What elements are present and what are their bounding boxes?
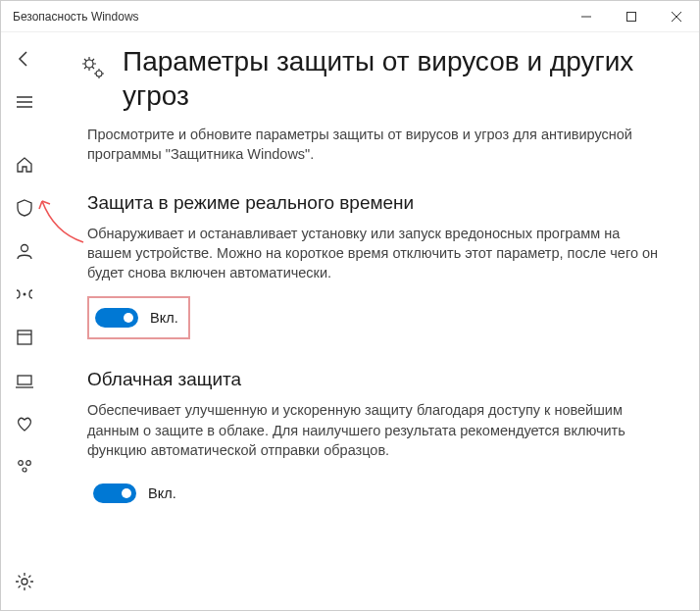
window-controls [564, 1, 699, 32]
svg-point-14 [26, 460, 31, 465]
page-header: Параметры защиты от вирусов и других угр… [79, 44, 660, 113]
realtime-protection-toggle[interactable] [95, 308, 138, 328]
shield-icon [15, 198, 34, 221]
heart-icon [15, 414, 34, 436]
sidebar-home[interactable] [5, 146, 44, 185]
toggle-label: Вкл. [150, 310, 178, 326]
sidebar-account-protection[interactable] [5, 232, 44, 272]
svg-point-8 [24, 292, 26, 295]
section-title: Облачная защита [87, 369, 660, 390]
svg-point-15 [23, 468, 26, 472]
svg-point-18 [96, 71, 102, 76]
close-button[interactable] [654, 1, 699, 32]
sidebar-device-security[interactable] [5, 362, 44, 401]
home-icon [15, 155, 34, 178]
sidebar-menu[interactable] [5, 83, 44, 123]
window-root: Безопасность Windows [0, 0, 700, 611]
svg-point-7 [22, 244, 28, 251]
section-title: Защита в режиме реального времени [87, 192, 660, 214]
sidebar-family-options[interactable] [5, 448, 44, 487]
svg-point-16 [22, 579, 27, 585]
svg-point-13 [19, 460, 24, 465]
gear-icon [15, 572, 34, 594]
sidebar-settings[interactable] [5, 563, 44, 602]
firewall-icon [15, 284, 34, 307]
page-description: Просмотрите и обновите параметры защиты … [87, 125, 660, 165]
sidebar-firewall[interactable] [5, 276, 44, 315]
family-icon [15, 457, 34, 480]
menu-icon [15, 92, 34, 115]
svg-rect-1 [627, 12, 636, 21]
sidebar-back[interactable] [5, 40, 44, 79]
toggle-label: Вкл. [148, 485, 176, 501]
svg-rect-9 [18, 331, 31, 344]
sidebar [1, 32, 48, 610]
back-icon [15, 49, 34, 72]
app-browser-icon [15, 328, 34, 350]
cloud-protection-toggle[interactable] [93, 484, 136, 503]
section-realtime-protection: Защита в режиме реального времени Обнару… [87, 192, 660, 340]
svg-point-17 [85, 60, 93, 68]
sidebar-app-browser[interactable] [5, 319, 44, 358]
account-icon [15, 241, 34, 264]
content: Параметры защиты от вирусов и других угр… [48, 32, 699, 610]
section-description: Обеспечивает улучшенную и ускоренную защ… [87, 400, 660, 460]
section-description: Обнаруживает и останавливает установку и… [87, 224, 660, 283]
body: Параметры защиты от вирусов и других угр… [1, 32, 699, 610]
svg-rect-11 [18, 376, 31, 384]
sidebar-device-performance[interactable] [5, 405, 44, 444]
minimize-button[interactable] [564, 1, 609, 32]
sidebar-virus-protection[interactable] [5, 189, 44, 229]
toggle-row: Вкл. [87, 474, 660, 513]
toggle-row-highlighted: Вкл. [87, 296, 190, 339]
window-title: Безопасность Windows [13, 10, 564, 24]
gears-icon [79, 44, 107, 113]
page-title: Параметры защиты от вирусов и других угр… [123, 44, 660, 113]
section-cloud-protection: Облачная защита Обеспечивает улучшенную … [87, 369, 660, 513]
device-security-icon [15, 371, 34, 393]
maximize-button[interactable] [609, 1, 654, 32]
titlebar: Безопасность Windows [1, 1, 699, 32]
